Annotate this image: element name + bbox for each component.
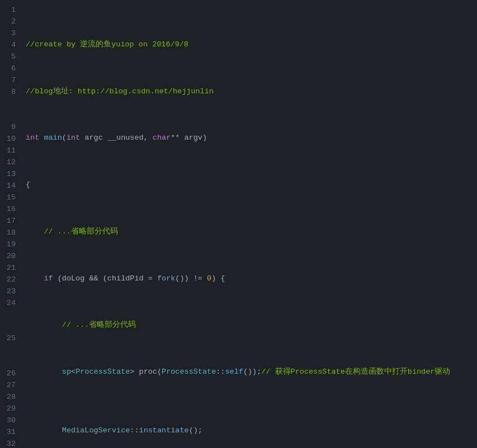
line-7: // ...省略部分代码 <box>26 319 477 331</box>
line-3: int main(int argc __unused, char** argv) <box>26 132 477 144</box>
line-6: if (doLog && (childPid = fork()) != 0) { <box>26 273 477 284</box>
line-5: // ...省略部分代码 <box>26 226 477 237</box>
line-2: //blog地址: http://blog.csdn.net/hejjunlin <box>26 85 477 97</box>
line-1: //create by 逆流的鱼yuiop on 2016/9/8 <box>26 39 477 50</box>
line-numbers: 1 2 3 4 5 6 7 8 9 10 11 12 13 14 15 16 1… <box>0 3 21 448</box>
line-8: sp<ProcessState> proc(ProcessState::self… <box>26 366 477 389</box>
line-4: { <box>26 179 477 190</box>
code-content: //create by 逆流的鱼yuiop on 2016/9/8 //blog… <box>21 3 477 448</box>
line-9: MediaLogService::instantiate(); <box>26 425 477 436</box>
code-viewer: 1 2 3 4 5 6 7 8 9 10 11 12 13 14 15 16 1… <box>0 0 477 448</box>
